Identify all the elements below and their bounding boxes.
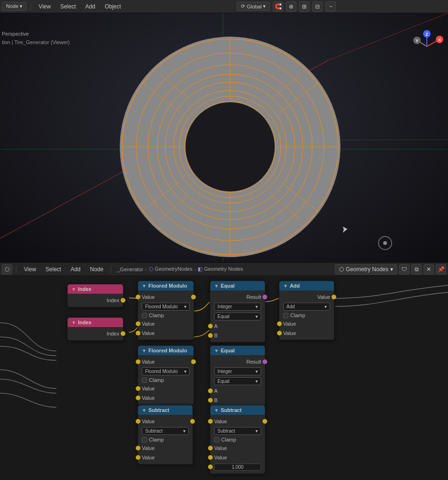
node-index-2[interactable]: ▼ Index Index: [67, 317, 124, 341]
eq2-a-socket[interactable]: [208, 389, 213, 393]
node-subtract-1[interactable]: ▼ Subtract Value Subtract ▾ Clamp: [138, 405, 193, 465]
pin-icon[interactable]: 📌: [436, 264, 446, 274]
collapse-arrow-sub1[interactable]: ▼: [142, 408, 147, 413]
xray-icon[interactable]: ~: [325, 1, 336, 12]
fm1-val-in1[interactable]: [136, 321, 140, 326]
fm2-val-in2[interactable]: [136, 396, 140, 400]
collapse-arrow-2[interactable]: ▼: [71, 320, 76, 325]
eq1-integer-dropdown[interactable]: Integer ▾: [214, 303, 261, 311]
sub2-dropdown[interactable]: Subtract ▾: [214, 427, 261, 435]
node-floored-2-header[interactable]: ▼ Floored Modulo: [138, 346, 193, 355]
eq2-b-socket[interactable]: [208, 398, 213, 403]
fm2-output-socket[interactable]: [191, 359, 196, 364]
node-menu-node[interactable]: Node: [86, 265, 108, 274]
node-floored-1-header[interactable]: ▼ Floored Modulo: [138, 281, 193, 290]
node-editor[interactable]: ⬡ View Select Add Node _Generator › ⬡ Ge…: [0, 263, 448, 480]
node-equal-2-header[interactable]: ▼ Equal: [210, 346, 265, 355]
index-2-output-socket[interactable]: [121, 331, 125, 336]
sub1-val-in1[interactable]: [136, 446, 140, 450]
node-equal-2[interactable]: ▼ Equal Result Integer ▾ Equal: [210, 345, 265, 407]
node-add-1[interactable]: ▼ Add Value Add ▾ Clamp: [279, 281, 334, 340]
sub2-clamp-checkbox[interactable]: [214, 437, 219, 442]
mode-selector[interactable]: Node ▾: [2, 2, 27, 11]
node-index-1[interactable]: ▼ Index Index: [67, 284, 124, 307]
snap-icon[interactable]: 🧲: [273, 1, 283, 12]
eq2-equal-dropdown[interactable]: Equal ▾: [214, 377, 261, 385]
add-val-in2[interactable]: [277, 331, 282, 335]
close-icon[interactable]: ✕: [424, 264, 434, 274]
collapse-arrow-fm1[interactable]: ▼: [142, 283, 147, 289]
sub1-input-socket[interactable]: [136, 419, 140, 424]
breadcrumb-geom-nodes[interactable]: ⬡ GeometryNodes: [149, 266, 193, 272]
sub1-val-in2[interactable]: [136, 455, 140, 460]
eq1-equal-dropdown[interactable]: Equal ▾: [214, 312, 261, 320]
node-type-dropdown[interactable]: ⬡ Geometry Nodes ▾: [335, 264, 397, 274]
add-clamp-checkbox[interactable]: [283, 313, 288, 318]
proportional-icon[interactable]: ⊕: [286, 1, 296, 12]
eq1-b-socket[interactable]: [208, 333, 213, 338]
fm2-val-in1[interactable]: [136, 386, 140, 391]
fm2-dropdown[interactable]: Floored Modulo ▾: [142, 367, 190, 375]
node-floored-modulo-2[interactable]: ▼ Floored Modulo Value Floored Modulo ▾: [138, 345, 194, 405]
add-clamp-row[interactable]: Clamp: [279, 312, 334, 319]
sub2-output-socket[interactable]: [263, 419, 267, 424]
sub2-val-in1[interactable]: [208, 446, 213, 450]
fm1-val-in2[interactable]: [136, 331, 140, 335]
fm2-clamp-checkbox[interactable]: [142, 378, 147, 383]
fm1-dropdown[interactable]: Floored Modulo ▾: [142, 303, 190, 311]
sub2-val-in2[interactable]: [208, 455, 213, 460]
breadcrumb-geom-nodes2[interactable]: ◧ Geometry Nodes: [198, 266, 243, 272]
sub2-input-socket[interactable]: [208, 419, 213, 424]
node-menu-view[interactable]: View: [20, 265, 40, 274]
eq2-integer-dropdown[interactable]: Integer ▾: [214, 367, 261, 375]
eq1-a-socket[interactable]: [208, 324, 213, 328]
sub1-output-socket[interactable]: [190, 419, 195, 424]
node-subtract-1-header[interactable]: ▼ Subtract: [138, 405, 193, 415]
menu-object[interactable]: Object: [101, 2, 125, 11]
sub2-value-field[interactable]: 1.000: [214, 464, 261, 471]
menu-select[interactable]: Select: [56, 2, 79, 11]
viewport-3d[interactable]: Node ▾ View Select Add Object ⟳ Global ▾…: [0, 0, 448, 263]
transform-orientation[interactable]: ⟳ Global ▾: [237, 2, 270, 11]
sub1-clamp-checkbox[interactable]: [142, 437, 147, 442]
menu-add[interactable]: Add: [82, 2, 99, 11]
menu-view[interactable]: View: [35, 2, 54, 11]
add-val-in1[interactable]: [277, 321, 282, 326]
node-subtract-2[interactable]: ▼ Subtract Value Subtract ▾ Clamp: [210, 405, 265, 474]
node-subtract-2-header[interactable]: ▼ Subtract: [210, 405, 265, 415]
shield-icon[interactable]: 🛡: [399, 264, 409, 274]
fm1-input-socket[interactable]: [136, 295, 140, 299]
collapse-arrow-eq2[interactable]: ▼: [214, 348, 219, 353]
node-menu-select[interactable]: Select: [42, 265, 65, 274]
grid-icon[interactable]: ⊞: [299, 1, 309, 12]
node-index-2-header[interactable]: ▼ Index: [68, 318, 123, 327]
node-editor-type-icon[interactable]: ⬡: [2, 264, 12, 274]
collapse-arrow-fm2[interactable]: ▼: [142, 348, 147, 353]
viewport-canvas[interactable]: Perspective tion | Tire_Generator (Viewe…: [0, 13, 448, 263]
eq1-result-socket[interactable]: [263, 295, 267, 299]
node-index-1-header[interactable]: ▼ Index: [68, 284, 123, 294]
index-1-output-socket[interactable]: [121, 298, 125, 303]
node-menu-add[interactable]: Add: [67, 265, 84, 274]
node-floored-modulo-1[interactable]: ▼ Floored Modulo Value Floored Modulo ▾: [138, 281, 194, 340]
sub1-clamp-row[interactable]: Clamp: [138, 436, 193, 443]
collapse-arrow-sub2[interactable]: ▼: [214, 408, 219, 413]
copy-icon[interactable]: ⧉: [411, 264, 422, 274]
node-equal-1[interactable]: ▼ Equal Result Integer ▾ Equal: [210, 281, 265, 343]
add-output-socket[interactable]: [332, 295, 336, 299]
collapse-arrow-eq1[interactable]: ▼: [214, 283, 219, 289]
fm2-clamp-row[interactable]: Clamp: [138, 376, 193, 384]
fm2-input-socket[interactable]: [136, 359, 140, 364]
fm1-clamp-checkbox[interactable]: [142, 313, 147, 318]
overlay-icon[interactable]: ⊟: [312, 1, 323, 12]
fm1-clamp-row[interactable]: Clamp: [138, 312, 193, 319]
eq2-result-socket[interactable]: [263, 359, 267, 364]
collapse-arrow-add[interactable]: ▼: [283, 283, 288, 289]
sub2-bottom-socket[interactable]: [208, 465, 213, 469]
sub1-dropdown[interactable]: Subtract ▾: [142, 427, 189, 435]
node-equal-1-header[interactable]: ▼ Equal: [210, 281, 265, 290]
add-dropdown[interactable]: Add ▾: [283, 303, 330, 311]
node-canvas[interactable]: ▼ Index Index ▼ Index Index: [0, 276, 448, 480]
fm1-output-socket[interactable]: [191, 295, 196, 299]
collapse-arrow[interactable]: ▼: [71, 287, 76, 292]
